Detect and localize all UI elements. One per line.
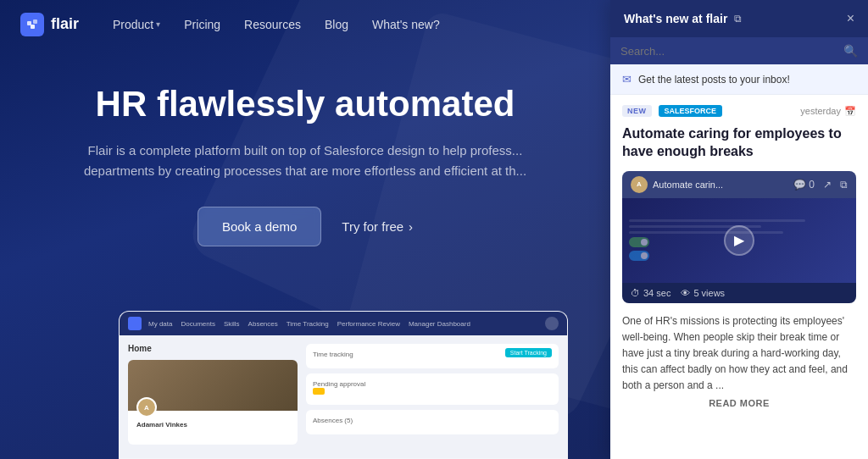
topbar-link-manager: Manager Dashboard (409, 320, 470, 328)
avatar: A (136, 397, 157, 418)
video-duration: ⏱ 34 sec (631, 288, 670, 298)
svg-rect-1 (33, 19, 37, 24)
book-demo-button[interactable]: Book a demo (198, 207, 321, 246)
popup-header: What's new at flair ⧉ × (610, 0, 868, 37)
svg-rect-2 (31, 25, 35, 29)
dashboard-left-panel: Home A Adamari Vinkes (128, 344, 298, 445)
chevron-down-icon: ▾ (156, 19, 160, 29)
external-action[interactable]: ⧉ (840, 179, 848, 191)
eye-icon: 👁 (681, 288, 690, 298)
arrow-icon: › (409, 219, 413, 234)
topbar-links: My data Documents Skills Absences Time T… (148, 320, 470, 328)
dashboard-topbar: My data Documents Skills Absences Time T… (120, 312, 567, 335)
video-card: A Automate carin... 💬 0 ↗ ⧉ (622, 171, 856, 303)
pending-approval-card: Pending approval (306, 373, 559, 405)
absences-label: Absences (5) (313, 417, 552, 424)
topbar-link-performance: Performance Review (337, 320, 400, 328)
hero-buttons: Book a demo Try for free › (20, 207, 590, 246)
hero-subtitle: Flair is a complete platform built on to… (59, 141, 551, 181)
pending-indicator (313, 388, 552, 395)
toggle-switch-1 (629, 237, 649, 247)
nav-resources[interactable]: Resources (244, 18, 301, 31)
video-views: 👁 5 views (681, 288, 725, 298)
time-tracking-card: Time tracking Start Tracking (306, 344, 559, 368)
topbar-link-mydata: My data (148, 320, 172, 328)
article-body: One of HR's missions is protecting its e… (622, 313, 856, 395)
preview-line-3 (629, 231, 783, 234)
nav-links: Product ▾ Pricing Resources Blog What's … (113, 18, 590, 31)
external-link-icon[interactable]: ⧉ (734, 13, 742, 25)
calendar-icon: 📅 (844, 106, 856, 117)
hero-title: HR flawlessly automated (20, 85, 590, 124)
play-button[interactable]: ▶ (724, 225, 754, 256)
topbar-logo-icon (128, 317, 142, 330)
video-actions: 💬 0 ↗ ⧉ (793, 179, 848, 191)
video-footer: ⏱ 34 sec 👁 5 views (622, 283, 856, 303)
try-free-button[interactable]: Try for free › (342, 219, 413, 234)
avatar-card: A Adamari Vinkes (128, 360, 298, 445)
article-date: yesterday 📅 (800, 106, 856, 117)
start-tracking-button[interactable]: Start Tracking (505, 348, 552, 357)
badge-new: NEW (622, 105, 652, 117)
article-title[interactable]: Automate caring for employees to have en… (622, 125, 856, 161)
comment-icon: 💬 (793, 179, 806, 191)
navbar: flair Product ▾ Pricing Resources Blog W… (0, 0, 610, 48)
brand-name: flair (51, 15, 79, 33)
popup-close-button[interactable]: × (847, 12, 854, 25)
video-topbar: A Automate carin... 💬 0 ↗ ⧉ (622, 171, 856, 198)
topbar-link-absences: Absences (248, 320, 278, 328)
external-video-icon: ⧉ (840, 179, 848, 191)
nav-product[interactable]: Product ▾ (113, 18, 160, 31)
logo-icon (20, 13, 44, 36)
dashboard-right-panel: Time tracking Start Tracking Pending app… (306, 344, 559, 445)
popup-title-row: What's new at flair ⧉ (624, 12, 742, 25)
search-input[interactable] (620, 45, 837, 58)
video-label: Automate carin... (653, 180, 723, 190)
clock-icon: ⏱ (631, 288, 640, 298)
avatar-image: A (128, 360, 298, 411)
pending-approval-label: Pending approval (313, 380, 552, 395)
read-more-button[interactable]: READ MORE (622, 395, 856, 412)
video-avatar: A (631, 176, 648, 193)
svg-rect-0 (27, 21, 31, 25)
video-main: ▶ (622, 198, 856, 283)
dashboard-body: Home A Adamari Vinkes Time tracking Star… (120, 335, 567, 453)
popup-content: NEW SALESFORCE yesterday 📅 Automate cari… (610, 95, 868, 459)
email-subscription-bar: ✉ Get the latest posts to your inbox! (610, 64, 868, 95)
topbar-link-timetracking: Time Tracking (287, 320, 329, 328)
dashboard-home-title: Home (128, 344, 298, 353)
email-bar-text: Get the latest posts to your inbox! (638, 74, 790, 86)
nav-whats-new[interactable]: What's new? (372, 18, 440, 31)
dashboard-preview: My data Documents Skills Absences Time T… (119, 311, 568, 459)
popup-search-bar: 🔍 (610, 37, 868, 64)
hero-section: HR flawlessly automated Flair is a compl… (0, 68, 610, 272)
nav-pricing[interactable]: Pricing (184, 18, 220, 31)
nav-blog[interactable]: Blog (325, 18, 348, 31)
video-topbar-left: A Automate carin... (631, 176, 723, 193)
logo[interactable]: flair (20, 13, 79, 36)
topbar-link-skills: Skills (224, 320, 240, 328)
preview-line-1 (629, 219, 805, 222)
absences-card: Absences (5) (306, 410, 559, 434)
article-meta: NEW SALESFORCE yesterday 📅 (622, 105, 856, 117)
popup-title: What's new at flair (624, 12, 727, 25)
popup-panel: What's new at flair ⧉ × 🔍 ✉ Get the late… (610, 0, 868, 459)
badge-salesforce: SALESFORCE (659, 105, 723, 117)
search-icon: 🔍 (843, 44, 858, 58)
topbar-circle (545, 317, 559, 330)
email-icon: ✉ (622, 73, 632, 86)
share-action[interactable]: ↗ (823, 179, 832, 191)
comment-action[interactable]: 💬 0 (793, 179, 815, 191)
share-icon: ↗ (823, 179, 832, 191)
toggle-switch-2 (629, 251, 649, 261)
pending-badge (313, 388, 325, 395)
topbar-link-documents: Documents (181, 320, 214, 328)
